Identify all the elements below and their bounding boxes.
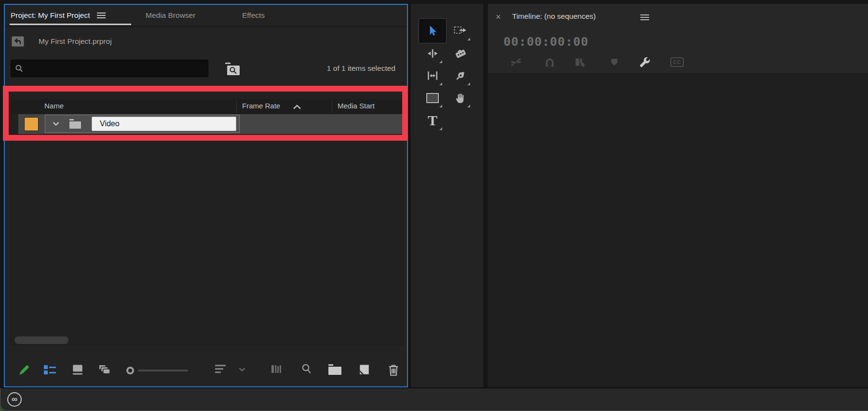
table-header: Name Frame Rate Media Start — [12, 99, 402, 114]
tool-flyout-indicator — [439, 82, 442, 85]
premiere-pro-window: Project: My First Project Media Browser … — [0, 0, 868, 411]
project-tab-bar: Project: My First Project Media Browser … — [5, 5, 407, 27]
breadcrumb[interactable]: My First Project.prproj — [39, 37, 112, 46]
captions-badge: CC — [670, 57, 684, 67]
tool-flyout-indicator — [467, 38, 470, 40]
search-input[interactable] — [23, 64, 204, 73]
tab-project-label: Project: My First Project — [11, 11, 90, 20]
bin-label-color-swatch[interactable] — [24, 117, 39, 131]
tab-project[interactable]: Project: My First Project — [11, 5, 106, 26]
nest-insert-icon[interactable] — [508, 55, 524, 69]
tool-flyout-indicator — [439, 60, 442, 63]
column-separator[interactable] — [236, 100, 237, 113]
find-icon[interactable] — [301, 363, 312, 375]
project-writable-pencil-icon — [16, 363, 31, 378]
track-select-forward-tool[interactable] — [449, 20, 472, 42]
panel-menu-icon[interactable] — [640, 14, 649, 20]
panel-menu-icon[interactable] — [97, 13, 106, 18]
bin-name-cell[interactable] — [45, 115, 240, 133]
add-marker-icon[interactable] — [607, 55, 622, 69]
selection-cursor-icon — [426, 25, 439, 37]
timeline-header: × Timeline: (no sequences) 00:00:00:00 — [488, 4, 868, 74]
table-row-bin-video[interactable] — [18, 114, 402, 134]
project-footer-toolbar — [5, 358, 407, 385]
tool-flyout-indicator — [439, 127, 442, 130]
timeline-tab-title[interactable]: Timeline: (no sequences) — [512, 12, 596, 21]
tool-flyout-indicator — [467, 82, 470, 85]
razor-tool[interactable] — [449, 42, 472, 65]
delete-trash-icon[interactable] — [387, 363, 400, 377]
type-tool-glyph: T — [428, 113, 437, 128]
column-header-name[interactable]: Name — [44, 102, 64, 110]
active-tab-underline — [10, 24, 131, 25]
captions-icon[interactable]: CC — [669, 55, 685, 69]
list-view-icon[interactable] — [42, 363, 57, 376]
tab-media-browser-label: Media Browser — [146, 11, 195, 20]
tool-flyout-indicator — [439, 105, 442, 107]
project-panel: Project: My First Project Media Browser … — [4, 4, 408, 387]
tab-effects[interactable]: Effects — [242, 5, 265, 26]
linked-selection-icon[interactable] — [573, 55, 588, 69]
expand-chevron-icon[interactable] — [52, 121, 60, 126]
search-bin-icon[interactable] — [224, 62, 242, 77]
status-bar: ∞ — [0, 387, 868, 411]
freeform-view-icon[interactable] — [97, 363, 111, 377]
tools-panel: T — [411, 4, 483, 387]
creative-cloud-icon[interactable]: ∞ — [7, 392, 22, 407]
zoom-slider-knob[interactable] — [126, 367, 134, 374]
column-header-media-start[interactable]: Media Start — [338, 102, 375, 110]
slip-tool[interactable] — [421, 65, 444, 87]
new-item-icon[interactable] — [358, 363, 370, 376]
search-icon — [15, 64, 23, 73]
horizontal-scrollbar[interactable] — [14, 336, 68, 344]
selection-tool[interactable] — [419, 18, 447, 43]
navigate-up-icon[interactable] — [12, 36, 24, 47]
close-panel-icon[interactable]: × — [496, 13, 501, 21]
selection-status: 1 of 1 items selected — [327, 64, 395, 73]
column-separator[interactable] — [332, 100, 332, 113]
bin-name-input[interactable] — [92, 117, 236, 131]
tab-media-browser[interactable]: Media Browser — [146, 5, 195, 26]
column-header-frame-rate[interactable]: Frame Rate — [242, 102, 280, 110]
zoom-slider-track[interactable] — [138, 370, 188, 371]
automate-to-sequence-icon[interactable] — [270, 363, 283, 375]
tool-flyout-indicator — [467, 105, 470, 107]
icon-view-icon[interactable] — [71, 363, 84, 376]
bin-folder-icon — [68, 118, 82, 130]
tab-effects-label: Effects — [242, 11, 265, 20]
timeline-panel: × Timeline: (no sequences) 00:00:00:00 — [488, 4, 868, 387]
timeline-settings-wrench-icon[interactable] — [637, 55, 652, 69]
ripple-edit-tool[interactable] — [421, 42, 444, 65]
new-bin-icon[interactable] — [327, 363, 342, 376]
search-box[interactable] — [11, 60, 208, 77]
sort-order-icon[interactable] — [214, 363, 227, 375]
hand-tool[interactable] — [449, 87, 472, 109]
type-tool[interactable]: T — [421, 109, 444, 132]
snap-magnet-icon[interactable] — [542, 55, 557, 69]
sort-ascending-caret-icon — [292, 104, 302, 110]
sort-menu-chevron-icon[interactable] — [238, 367, 246, 372]
timecode-display[interactable]: 00:00:00:00 — [503, 35, 589, 49]
rectangle-icon — [426, 93, 439, 103]
rectangle-tool[interactable] — [421, 87, 444, 109]
pen-tool[interactable] — [449, 65, 472, 87]
